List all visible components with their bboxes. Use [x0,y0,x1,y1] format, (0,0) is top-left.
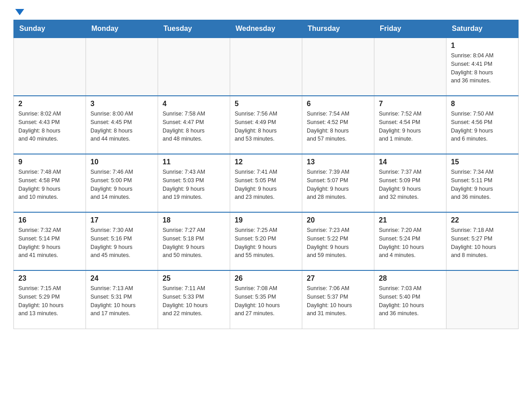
calendar-cell: 13Sunrise: 7:39 AM Sunset: 5:07 PM Dayli… [302,154,374,212]
calendar-week-row: 2Sunrise: 8:02 AM Sunset: 4:43 PM Daylig… [14,96,519,154]
calendar-cell: 15Sunrise: 7:34 AM Sunset: 5:11 PM Dayli… [446,154,519,212]
day-info: Sunrise: 7:54 AM Sunset: 4:52 PM Dayligh… [307,110,369,143]
day-number: 27 [307,274,369,283]
day-info: Sunrise: 7:52 AM Sunset: 4:54 PM Dayligh… [379,110,442,143]
day-info: Sunrise: 7:56 AM Sunset: 4:49 PM Dayligh… [235,110,297,143]
logo [13,9,24,15]
calendar-cell: 23Sunrise: 7:15 AM Sunset: 5:29 PM Dayli… [14,270,86,329]
day-info: Sunrise: 7:39 AM Sunset: 5:07 PM Dayligh… [307,168,369,201]
weekday-header-row: SundayMondayTuesdayWednesdayThursdayFrid… [14,20,519,38]
day-info: Sunrise: 7:20 AM Sunset: 5:24 PM Dayligh… [379,226,442,260]
calendar-cell: 5Sunrise: 7:56 AM Sunset: 4:49 PM Daylig… [230,96,302,154]
weekday-header-tuesday: Tuesday [158,20,230,38]
calendar-cell: 17Sunrise: 7:30 AM Sunset: 5:16 PM Dayli… [86,212,158,270]
logo-triangle-icon [15,9,24,15]
day-info: Sunrise: 7:08 AM Sunset: 5:35 PM Dayligh… [235,284,297,318]
calendar-cell: 20Sunrise: 7:23 AM Sunset: 5:22 PM Dayli… [302,212,374,270]
calendar-cell: 28Sunrise: 7:03 AM Sunset: 5:40 PM Dayli… [374,270,446,329]
page-header [13,9,519,15]
day-number: 26 [235,274,297,283]
calendar-cell: 11Sunrise: 7:43 AM Sunset: 5:03 PM Dayli… [158,154,230,212]
calendar-cell [86,38,158,96]
day-number: 9 [18,158,81,166]
calendar-cell: 21Sunrise: 7:20 AM Sunset: 5:24 PM Dayli… [374,212,446,270]
weekday-header-sunday: Sunday [14,20,86,38]
day-number: 22 [451,216,514,224]
calendar-cell: 16Sunrise: 7:32 AM Sunset: 5:14 PM Dayli… [14,212,86,270]
day-info: Sunrise: 7:03 AM Sunset: 5:40 PM Dayligh… [379,284,442,318]
day-number: 1 [451,42,514,50]
calendar-week-row: 1Sunrise: 8:04 AM Sunset: 4:41 PM Daylig… [14,38,519,96]
day-info: Sunrise: 7:48 AM Sunset: 4:58 PM Dayligh… [18,168,81,201]
day-number: 5 [235,100,297,108]
day-number: 15 [451,158,514,166]
calendar-cell: 2Sunrise: 8:02 AM Sunset: 4:43 PM Daylig… [14,96,86,154]
day-number: 11 [163,158,225,166]
day-number: 8 [451,100,514,108]
day-info: Sunrise: 8:04 AM Sunset: 4:41 PM Dayligh… [451,51,514,85]
calendar-cell: 24Sunrise: 7:13 AM Sunset: 5:31 PM Dayli… [86,270,158,329]
day-info: Sunrise: 7:37 AM Sunset: 5:09 PM Dayligh… [379,168,442,201]
day-number: 25 [163,274,225,283]
weekday-header-wednesday: Wednesday [230,20,302,38]
day-number: 21 [379,216,442,224]
weekday-header-monday: Monday [86,20,158,38]
calendar-cell [446,270,519,329]
calendar-cell: 27Sunrise: 7:06 AM Sunset: 5:37 PM Dayli… [302,270,374,329]
calendar-cell: 4Sunrise: 7:58 AM Sunset: 4:47 PM Daylig… [158,96,230,154]
day-info: Sunrise: 7:13 AM Sunset: 5:31 PM Dayligh… [90,284,153,318]
day-info: Sunrise: 7:11 AM Sunset: 5:33 PM Dayligh… [163,284,225,318]
day-number: 4 [163,100,225,108]
calendar-cell: 3Sunrise: 8:00 AM Sunset: 4:45 PM Daylig… [86,96,158,154]
day-info: Sunrise: 7:43 AM Sunset: 5:03 PM Dayligh… [163,168,225,201]
day-info: Sunrise: 7:06 AM Sunset: 5:37 PM Dayligh… [307,284,369,318]
calendar-cell: 18Sunrise: 7:27 AM Sunset: 5:18 PM Dayli… [158,212,230,270]
day-number: 12 [235,158,297,166]
calendar-cell: 25Sunrise: 7:11 AM Sunset: 5:33 PM Dayli… [158,270,230,329]
calendar-cell [302,38,374,96]
weekday-header-saturday: Saturday [446,20,519,38]
calendar-cell: 26Sunrise: 7:08 AM Sunset: 5:35 PM Dayli… [230,270,302,329]
day-info: Sunrise: 7:41 AM Sunset: 5:05 PM Dayligh… [235,168,297,201]
calendar-cell: 6Sunrise: 7:54 AM Sunset: 4:52 PM Daylig… [302,96,374,154]
day-number: 7 [379,100,442,108]
calendar-cell: 10Sunrise: 7:46 AM Sunset: 5:00 PM Dayli… [86,154,158,212]
day-info: Sunrise: 8:00 AM Sunset: 4:45 PM Dayligh… [90,110,153,143]
calendar-cell: 8Sunrise: 7:50 AM Sunset: 4:56 PM Daylig… [446,96,519,154]
calendar-cell: 14Sunrise: 7:37 AM Sunset: 5:09 PM Dayli… [374,154,446,212]
calendar-cell: 19Sunrise: 7:25 AM Sunset: 5:20 PM Dayli… [230,212,302,270]
day-number: 28 [379,274,442,283]
day-number: 3 [90,100,153,108]
day-number: 2 [18,100,81,108]
calendar-cell: 22Sunrise: 7:18 AM Sunset: 5:27 PM Dayli… [446,212,519,270]
day-info: Sunrise: 7:25 AM Sunset: 5:20 PM Dayligh… [235,226,297,260]
calendar-cell: 1Sunrise: 8:04 AM Sunset: 4:41 PM Daylig… [446,38,519,96]
day-info: Sunrise: 7:18 AM Sunset: 5:27 PM Dayligh… [451,226,514,260]
weekday-header-friday: Friday [374,20,446,38]
day-info: Sunrise: 7:46 AM Sunset: 5:00 PM Dayligh… [90,168,153,201]
calendar-cell: 9Sunrise: 7:48 AM Sunset: 4:58 PM Daylig… [14,154,86,212]
day-info: Sunrise: 8:02 AM Sunset: 4:43 PM Dayligh… [18,110,81,143]
calendar-week-row: 23Sunrise: 7:15 AM Sunset: 5:29 PM Dayli… [14,270,519,329]
day-info: Sunrise: 7:32 AM Sunset: 5:14 PM Dayligh… [18,226,81,260]
day-number: 6 [307,100,369,108]
day-info: Sunrise: 7:30 AM Sunset: 5:16 PM Dayligh… [90,226,153,260]
day-number: 13 [307,158,369,166]
day-info: Sunrise: 7:15 AM Sunset: 5:29 PM Dayligh… [18,284,81,318]
calendar-week-row: 16Sunrise: 7:32 AM Sunset: 5:14 PM Dayli… [14,212,519,270]
day-number: 24 [90,274,153,283]
day-number: 20 [307,216,369,224]
weekday-header-thursday: Thursday [302,20,374,38]
calendar-week-row: 9Sunrise: 7:48 AM Sunset: 4:58 PM Daylig… [14,154,519,212]
day-number: 10 [90,158,153,166]
day-number: 14 [379,158,442,166]
calendar-cell: 7Sunrise: 7:52 AM Sunset: 4:54 PM Daylig… [374,96,446,154]
calendar-cell [230,38,302,96]
day-info: Sunrise: 7:27 AM Sunset: 5:18 PM Dayligh… [163,226,225,260]
calendar-cell [158,38,230,96]
day-number: 18 [163,216,225,224]
calendar-cell [374,38,446,96]
day-number: 19 [235,216,297,224]
day-number: 23 [18,274,81,283]
day-info: Sunrise: 7:23 AM Sunset: 5:22 PM Dayligh… [307,226,369,260]
